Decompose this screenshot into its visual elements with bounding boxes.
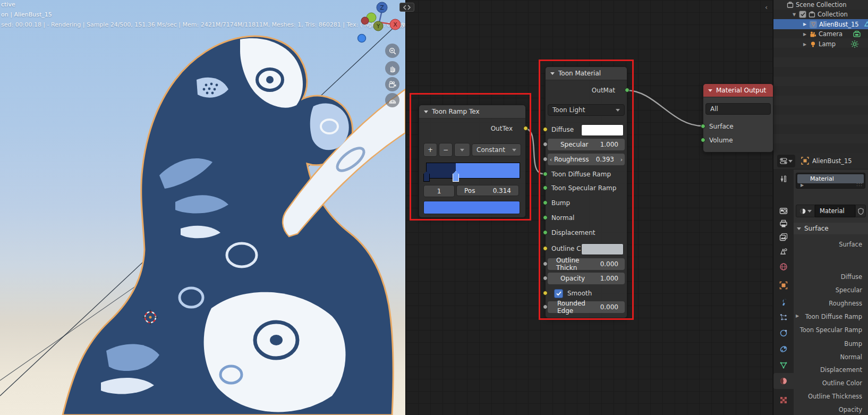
tab-scene[interactable] [773,244,794,258]
output-row: OutTex [421,123,523,134]
interpolation-dropdown[interactable]: Constant [472,143,521,156]
input-row-roughness[interactable]: ‹ Roughness 0.393 › [548,154,625,165]
input-row-rounded-edge[interactable]: Rounded Edge 0.000 [548,301,625,313]
tab-particles[interactable] [773,310,794,324]
collection-checkbox[interactable] [799,11,806,18]
color-ramp-bar[interactable] [426,163,520,179]
material-slot-selected[interactable]: Material [797,174,864,183]
input-row-opacity[interactable]: Opacity 1.000 [548,273,625,284]
node-header[interactable]: Toon Material [546,67,627,80]
socket-opacity[interactable] [543,276,548,281]
socket-toon-specular-ramp[interactable] [543,185,548,190]
input-row-outline-thickness[interactable]: Outline Thickn 0.000 [548,258,625,270]
editor-type-dropdown[interactable] [777,155,795,167]
tab-material-active[interactable] [773,373,794,389]
disclosure-triangle-icon[interactable]: ▼ [792,12,797,17]
shader-node-editor[interactable]: Toon Ramp Tex OutTex + − Constant 1 Pos [405,0,773,415]
socket-normal[interactable] [543,215,548,220]
input-row-specular[interactable]: Specular 1.000 [548,139,625,150]
tab-tool[interactable] [773,172,794,186]
surface-panel-header[interactable]: Surface [794,223,868,234]
collapse-icon[interactable] [550,72,555,75]
outliner-row-camera[interactable]: ▶ Camera [773,29,868,39]
fake-user-button[interactable] [855,205,866,217]
add-stop-button[interactable]: + [423,143,437,157]
collapse-icon[interactable] [424,111,428,113]
socket-outline-thickness[interactable] [543,261,548,266]
svg-text:Y: Y [376,23,380,29]
outliner-row-scene-collection[interactable]: Scene Collection [773,0,868,10]
disclosure-triangle-icon[interactable]: ▶ [802,32,807,37]
pan-button[interactable] [385,61,399,75]
node-toon-material[interactable]: Toon Material OutMat Toon Light Diffuse … [545,66,627,318]
socket-outmat[interactable] [625,88,629,92]
material-browse-dropdown[interactable] [796,205,815,217]
socket-surface[interactable] [701,124,705,129]
node-material-output[interactable]: Material Output All Surface Volume [703,83,773,153]
node-header[interactable]: Material Output [703,84,773,97]
camera-dot[interactable] [358,35,366,43]
outliner-row-collection[interactable]: ▼ Collection [773,10,868,19]
socket-roughness[interactable] [543,157,548,162]
light-data-icon[interactable] [850,40,859,48]
socket-outtex[interactable] [523,126,528,131]
remove-stop-button[interactable]: − [439,143,453,157]
ramp-disclosure-icon[interactable]: ▶ [796,314,799,318]
tab-physics[interactable] [773,326,794,340]
diffuse-color-swatch[interactable] [581,124,624,136]
gizmo-x-axis[interactable]: X [390,19,401,30]
socket-displacement[interactable] [543,230,548,235]
socket-volume[interactable] [701,138,705,142]
outliner-row-alienbust[interactable]: ▶ ▽ AlienBust_15 [773,19,868,29]
material-slot-list[interactable]: Material ▶ ::: [796,173,865,189]
navigation-gizmo[interactable]: Z Y X [355,0,405,45]
zoom-button[interactable] [385,44,399,58]
ortho-toggle-button[interactable] [385,93,399,107]
camera-data-icon[interactable] [853,30,861,38]
region-merge-widget[interactable] [399,3,414,12]
disclosure-triangle-icon[interactable]: ▶ [802,42,807,47]
gizmo-axis-ball[interactable] [361,17,369,24]
collapse-icon[interactable] [708,89,712,92]
node-header[interactable]: Toon Ramp Tex [419,105,525,118]
outliner[interactable]: Scene Collection ▼ Collection ▶ ▽ Alien [773,0,868,153]
gizmo-y-axis[interactable]: Y [373,21,383,31]
tab-world[interactable] [773,260,794,274]
tab-view-layer[interactable] [773,230,794,244]
outline-color-swatch[interactable] [581,243,624,255]
material-name-field[interactable]: Material [815,205,855,217]
hand-icon [388,64,397,73]
camera-view-button[interactable] [385,77,399,91]
socket-smooth[interactable] [543,291,548,295]
tab-output[interactable] [773,217,794,231]
node-toon-ramp-tex[interactable]: Toon Ramp Tex OutTex + − Constant 1 Pos [419,105,526,218]
tab-modifiers[interactable] [773,294,794,308]
shading-mode-dropdown[interactable]: Toon Light [548,104,625,116]
increment-arrow[interactable]: › [618,156,625,163]
disclosure-triangle-icon[interactable]: ▶ [802,22,807,27]
stop-color-swatch[interactable] [423,201,520,214]
socket-bump[interactable] [543,200,548,205]
socket-diffuse[interactable] [543,127,548,132]
smooth-checkbox[interactable] [554,289,563,298]
slot-grip-icon[interactable]: ::: [856,182,863,187]
prop-label-outline-color: Outline Color [822,379,862,387]
tab-object[interactable] [773,278,794,292]
slot-expand-icon[interactable]: ▶ [801,183,804,188]
socket-outline-color[interactable] [543,246,548,251]
stop-index-field[interactable]: 1 [423,185,455,197]
ramp-options-button[interactable] [454,143,470,157]
gizmo-z-axis[interactable]: Z [377,2,387,13]
socket-rounded-edge[interactable] [543,304,548,309]
tab-constraints[interactable] [773,342,794,356]
tab-object-data[interactable] [773,358,794,372]
socket-specular[interactable] [543,142,548,147]
target-dropdown[interactable]: All [705,103,771,115]
decrement-arrow[interactable]: ‹ [548,156,554,163]
tab-texture[interactable] [773,393,794,407]
socket-toon-diffuse-ramp[interactable] [543,172,548,176]
viewport-3d[interactable]: ctive on | AlienBust_15 sed: 00:00.18 | … [0,0,405,415]
position-field[interactable]: Pos 0.314 [456,185,519,196]
outliner-row-lamp[interactable]: ▶ Lamp [773,39,868,49]
tab-render[interactable] [773,204,794,218]
